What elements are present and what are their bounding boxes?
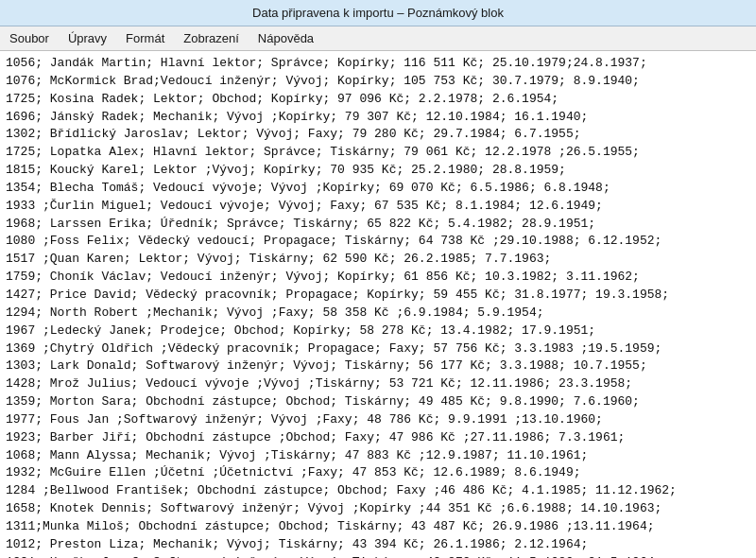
menu-item-soubor[interactable]: Soubor	[6, 29, 53, 47]
menu-item-format[interactable]: Formát	[122, 29, 168, 47]
data-line: 1076; McKormick Brad;Vedoucí inženýr; Vý…	[6, 73, 750, 91]
menu-bar: SouborÚpravyFormátZobrazeníNápověda	[0, 26, 756, 51]
data-line: 1012; Preston Liza; Mechanik; Vývoj; Tis…	[6, 536, 750, 554]
content-area[interactable]: 1056; Jandák Martin; Hlavní lektor; Sprá…	[0, 51, 756, 558]
data-line: 1725; Lopatka Alex; Hlavní lektor; Správ…	[6, 144, 750, 162]
data-line: 1725; Kosina Radek; Lektor; Obchod; Kopí…	[6, 91, 750, 109]
title-bar: Data připravena k importu – Poznámkový b…	[0, 0, 756, 26]
data-line: 1815; Koucký Karel; Lektor ;Vývoj; Kopír…	[6, 162, 750, 180]
data-line: 1056; Jandák Martin; Hlavní lektor; Sprá…	[6, 55, 750, 73]
data-line: 1517 ;Quan Karen; Lektor; Vývoj; Tiskárn…	[6, 251, 750, 269]
data-line: 1932; McGuire Ellen ;Účetní ;Účetnictví …	[6, 464, 750, 482]
data-line: 1923; Barber Jiří; Obchodní zástupce ;Ob…	[6, 429, 750, 447]
data-line: 1303; Lark Donald; Softwarový inženýr; V…	[6, 357, 750, 375]
data-line: 1302; Břídlický Jaroslav; Lektor; Vývoj;…	[6, 126, 750, 144]
data-line: 1933 ;Čurlin Miguel; Vedoucí vývoje; Výv…	[6, 198, 750, 216]
menu-item-napoveda[interactable]: Nápověda	[254, 29, 318, 47]
data-line: 1294; North Robert ;Mechanik; Vývoj ;Fax…	[6, 305, 750, 323]
menu-item-zobrazeni[interactable]: Zobrazení	[180, 29, 243, 47]
data-line: 1967 ;Ledecký Janek; Prodejce; Obchod; K…	[6, 323, 750, 340]
data-line: 1427; Price David; Vědecký pracovník; Pr…	[6, 287, 750, 305]
data-line: 1759; Choník Václav; Vedoucí inženýr; Vý…	[6, 269, 750, 287]
data-line: 1354; Blecha Tomáš; Vedoucí vývoje; Vývo…	[6, 180, 750, 198]
title-text: Data připravena k importu – Poznámkový b…	[252, 6, 504, 20]
data-line: 1311;Munka Miloš; Obchodní zástupce; Obc…	[6, 518, 750, 536]
menu-item-upravy[interactable]: Úpravy	[64, 29, 111, 47]
data-line: 1080 ;Foss Felix; Vědecký vedoucí; Propa…	[6, 233, 750, 251]
data-line: 1369 ;Chytrý Oldřich ;Vědecký pracovník;…	[6, 340, 750, 358]
data-line: 1068; Mann Alyssa; Mechanik; Vývoj ;Tisk…	[6, 447, 750, 465]
data-line: 1359; Morton Sara; Obchodní zástupce; Ob…	[6, 393, 750, 411]
data-line: 1284 ;Bellwood František; Obchodní zástu…	[6, 482, 750, 500]
data-line: 1658; Knotek Dennis; Softwarový inženýr;…	[6, 500, 750, 518]
data-line: 1428; Mrož Julius; Vedoucí vývoje ;Vývoj…	[6, 375, 750, 393]
data-line: 1968; Larssen Erika; Úředník; Správce; T…	[6, 216, 750, 234]
data-line: 1696; Jánský Radek; Mechanik; Vývoj ;Kop…	[6, 109, 750, 127]
data-line: 1331; Hruška Josef; Softwarový inženýr; …	[6, 554, 750, 558]
data-line: 1977; Fous Jan ;Softwarový inženýr; Vývo…	[6, 411, 750, 429]
